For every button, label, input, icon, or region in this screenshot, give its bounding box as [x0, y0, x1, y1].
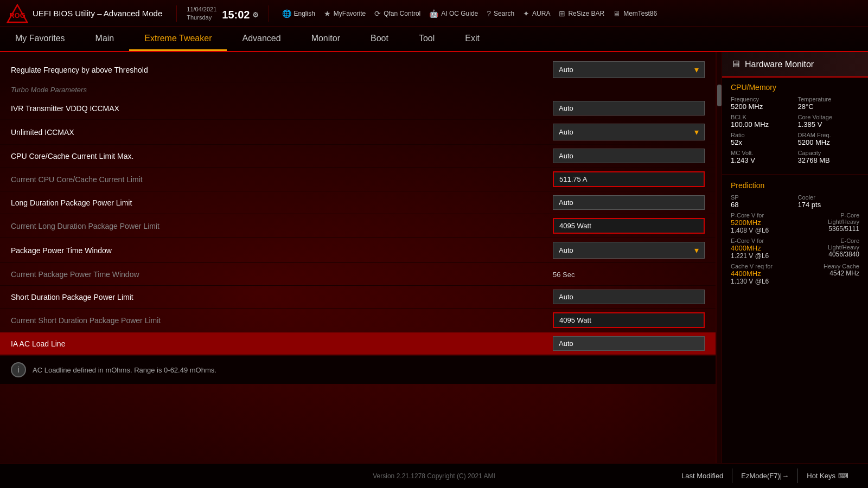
settings-icon[interactable]: ⚙ — [252, 11, 259, 19]
input-current-long-duration[interactable]: 4095 Watt — [553, 218, 705, 234]
setting-row-current-long-duration: Current Long Duration Package Power Limi… — [0, 214, 716, 238]
content-area: Regulate Frequency by above Threshold Au… — [0, 52, 868, 463]
monitor-temperature: Temperature 28°C — [798, 96, 860, 111]
pred-ecore-freq: 4000MHz — [731, 244, 761, 252]
plain-current-pptw: 56 Sec — [553, 271, 575, 279]
info-text: AC Loadline defined in mOhms. Range is 0… — [33, 366, 216, 374]
footer-buttons: Last Modified EzMode(F7)|→ Hot Keys ⌨ — [575, 468, 857, 483]
tab-my-favorites[interactable]: My Favorites — [0, 27, 80, 51]
tab-monitor[interactable]: Monitor — [296, 27, 355, 51]
dropdown-unlimited-iccmax[interactable]: Auto ▾ — [553, 124, 705, 140]
fan-icon: ⟳ — [374, 9, 381, 18]
app-title: UEFI BIOS Utility – Advanced Mode — [33, 9, 162, 18]
dropdown-short-duration[interactable]: Auto — [553, 290, 705, 304]
nav-resizebar[interactable]: ⊞ ReSize BAR — [559, 9, 604, 18]
hardware-monitor-header: 🖥 Hardware Monitor — [722, 52, 868, 78]
keyboard-icon: ⌨ — [838, 472, 848, 480]
setting-row-unlimited-iccmax: Unlimited ICCMAX Auto ▾ — [0, 120, 716, 145]
setting-value-long-duration: Auto — [553, 195, 705, 210]
monitor-icon: 🖥 — [731, 59, 741, 70]
monitor-capacity: Capacity 32768 MB — [798, 150, 860, 164]
cpu-memory-section: CPU/Memory Frequency 5200 MHz Temperatur… — [722, 78, 868, 171]
setting-value-current-short-duration: 4095 Watt — [553, 312, 705, 328]
setting-row-current-short-duration: Current Short Duration Package Power Lim… — [0, 309, 716, 332]
setting-value-ia-ac-load: Auto — [553, 336, 705, 351]
setting-label-ivr: IVR Transmitter VDDQ ICCMAX — [11, 104, 553, 113]
tab-boot[interactable]: Boot — [355, 27, 404, 51]
prediction-grid: SP 68 Cooler 174 pts — [731, 194, 859, 209]
monitor-divider — [722, 174, 868, 175]
dropdown-long-duration[interactable]: Auto — [553, 195, 705, 210]
setting-value-pptw: Auto ▾ — [553, 242, 705, 259]
dropdown-ia-ac-load[interactable]: Auto — [553, 336, 705, 351]
setting-value-current-pptw: 56 Sec — [553, 269, 705, 279]
footer-ezmode-button[interactable]: EzMode(F7)|→ — [732, 468, 798, 483]
setting-row-pptw: Package Power Time Window Auto ▾ — [0, 238, 716, 263]
dropdown-cpu-cache-limit[interactable]: Auto — [553, 149, 705, 163]
footer-hotkeys-button[interactable]: Hot Keys ⌨ — [798, 468, 857, 483]
pred-pcore-lightheavy: 5365/5111 — [828, 225, 859, 233]
hardware-monitor-title: Hardware Monitor — [745, 60, 814, 69]
setting-label-short-duration: Short Duration Package Power Limit — [11, 293, 553, 301]
setting-label-cpu-cache-limit: CPU Core/Cache Current Limit Max. — [11, 152, 553, 160]
footer: Version 2.21.1278 Copyright (C) 2021 AMI… — [0, 463, 868, 488]
nav-myfavorite[interactable]: ★ MyFavorite — [324, 9, 366, 18]
nav-aioc[interactable]: 🤖 AI OC Guide — [429, 9, 478, 18]
nav-memtest[interactable]: 🖥 MemTest86 — [613, 9, 657, 18]
setting-value-ivr: Auto — [553, 101, 705, 115]
setting-value-regulate-freq: Auto ▾ — [553, 61, 705, 78]
input-current-short-duration[interactable]: 4095 Watt — [553, 312, 705, 328]
tab-exit[interactable]: Exit — [450, 27, 495, 51]
dropdown-pptw[interactable]: Auto ▾ — [553, 242, 705, 259]
pred-ecore-voltage: 1.221 V @L6 — [731, 252, 769, 260]
setting-label-regulate-freq: Regulate Frequency by above Threshold — [11, 66, 553, 74]
chevron-down-icon2: ▾ — [694, 127, 699, 137]
setting-row-cpu-cache-limit: CPU Core/Cache Current Limit Max. Auto — [0, 145, 716, 168]
globe-icon: 🌐 — [282, 9, 291, 18]
nav-english[interactable]: 🌐 English — [282, 9, 315, 18]
nav-aura[interactable]: ✦ AURA — [523, 9, 550, 18]
footer-last-modified-button[interactable]: Last Modified — [673, 468, 732, 483]
svg-text:ROG: ROG — [9, 11, 25, 20]
tab-extreme-tweaker[interactable]: Extreme Tweaker — [129, 27, 227, 51]
dropdown-regulate-freq[interactable]: Auto ▾ — [553, 61, 705, 78]
tab-tool[interactable]: Tool — [404, 27, 450, 51]
pred-ecore-lightheavy: 4056/3840 — [828, 251, 859, 258]
scroll-thumb[interactable] — [717, 85, 722, 106]
setting-row-current-pptw: Current Package Power Time Window 56 Sec — [0, 263, 716, 286]
dropdown-ivr[interactable]: Auto — [553, 101, 705, 115]
setting-label-pptw: Package Power Time Window — [11, 246, 553, 255]
setting-row-long-duration: Long Duration Package Power Limit Auto — [0, 191, 716, 214]
header-time: 15:02 ⚙ — [222, 9, 258, 21]
settings-panel: Regulate Frequency by above Threshold Au… — [0, 52, 716, 463]
setting-row-regulate-freq: Regulate Frequency by above Threshold Au… — [0, 57, 716, 82]
setting-row-ia-ac-load: IA AC Load Line Auto — [0, 332, 716, 355]
nav-qfan[interactable]: ⟳ Qfan Control — [374, 9, 420, 18]
cpu-memory-grid: Frequency 5200 MHz Temperature 28°C BCLK… — [731, 96, 859, 164]
pred-sp: SP 68 — [731, 194, 793, 209]
input-current-cpu-cache[interactable]: 511.75 A — [553, 171, 705, 187]
tab-advanced[interactable]: Advanced — [227, 27, 296, 51]
pred-cache-voltage: 1.130 V @L6 — [731, 278, 773, 285]
monitor-ratio: Ratio 52x — [731, 132, 793, 146]
pred-pcore-freq: 5200MHz — [731, 219, 761, 227]
hardware-monitor-panel: 🖥 Hardware Monitor CPU/Memory Frequency … — [722, 52, 868, 463]
aura-icon: ✦ — [523, 9, 529, 18]
setting-label-long-duration: Long Duration Package Power Limit — [11, 198, 553, 207]
chevron-down-icon3: ▾ — [694, 245, 699, 255]
nav-search[interactable]: ? Search — [487, 9, 514, 18]
rog-logo: ROG — [7, 4, 28, 23]
tab-main[interactable]: Main — [80, 27, 130, 51]
prediction-title: Prediction — [731, 181, 859, 190]
setting-label-current-short-duration: Current Short Duration Package Power Lim… — [11, 316, 553, 325]
setting-row-ivr: IVR Transmitter VDDQ ICCMAX Auto — [0, 97, 716, 120]
pred-cache-freq: 4400MHz — [731, 269, 761, 278]
section-header-turbo: Turbo Mode Parameters — [0, 82, 716, 97]
scrollbar[interactable] — [716, 52, 722, 463]
pred-cache-heavycache: 4542 MHz — [824, 269, 859, 277]
header-divider2 — [269, 5, 269, 22]
setting-value-cpu-cache-limit: Auto — [553, 149, 705, 163]
cpu-memory-title: CPU/Memory — [731, 83, 859, 92]
header-bar: ROG UEFI BIOS Utility – Advanced Mode 11… — [0, 0, 868, 27]
chevron-down-icon: ▾ — [694, 65, 699, 75]
